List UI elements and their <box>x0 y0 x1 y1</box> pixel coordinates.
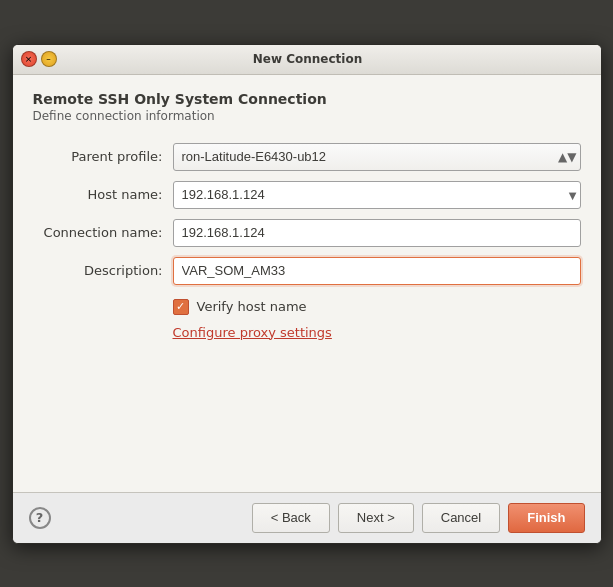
connection-name-wrapper <box>173 219 581 247</box>
subtitle: Define connection information <box>33 109 581 123</box>
description-label: Description: <box>33 263 163 278</box>
finish-label: Finish <box>527 510 565 525</box>
help-button[interactable]: ? <box>29 507 51 529</box>
window-title: New Connection <box>63 52 553 66</box>
connection-name-input[interactable] <box>173 219 581 247</box>
main-window: × – New Connection Remote SSH Only Syste… <box>12 44 602 544</box>
proxy-link-container: Configure proxy settings <box>33 325 581 340</box>
host-name-label: Host name: <box>33 187 163 202</box>
titlebar-buttons: × – <box>21 51 57 67</box>
cancel-button[interactable]: Cancel <box>422 503 500 533</box>
next-label: Next > <box>357 510 395 525</box>
minimize-icon: – <box>46 54 51 64</box>
close-button[interactable]: × <box>21 51 37 67</box>
empty-space <box>33 340 581 480</box>
close-icon: × <box>25 54 33 64</box>
help-icon: ? <box>36 510 44 525</box>
finish-button[interactable]: Finish <box>508 503 584 533</box>
next-button[interactable]: Next > <box>338 503 414 533</box>
host-name-input[interactable] <box>173 181 581 209</box>
description-wrapper <box>173 257 581 285</box>
configure-proxy-link[interactable]: Configure proxy settings <box>173 325 332 340</box>
footer-buttons: < Back Next > Cancel Finish <box>252 503 585 533</box>
verify-host-checkbox[interactable] <box>173 299 189 315</box>
form-grid: Parent profile: ron-Latitude-E6430-ub12 … <box>33 143 581 285</box>
titlebar: × – New Connection <box>13 45 601 75</box>
back-label: < Back <box>271 510 311 525</box>
footer-left: ? <box>29 507 51 529</box>
parent-profile-label: Parent profile: <box>33 149 163 164</box>
form-content: Remote SSH Only System Connection Define… <box>13 75 601 492</box>
verify-host-row: Verify host name <box>33 299 581 315</box>
cancel-label: Cancel <box>441 510 481 525</box>
parent-profile-select[interactable]: ron-Latitude-E6430-ub12 <box>173 143 581 171</box>
host-name-wrapper: ▼ <box>173 181 581 209</box>
back-button[interactable]: < Back <box>252 503 330 533</box>
verify-host-label: Verify host name <box>197 299 307 314</box>
description-input[interactable] <box>173 257 581 285</box>
connection-name-label: Connection name: <box>33 225 163 240</box>
main-title: Remote SSH Only System Connection <box>33 91 581 107</box>
minimize-button[interactable]: – <box>41 51 57 67</box>
footer: ? < Back Next > Cancel Finish <box>13 492 601 543</box>
parent-profile-wrapper: ron-Latitude-E6430-ub12 ▲▼ <box>173 143 581 171</box>
